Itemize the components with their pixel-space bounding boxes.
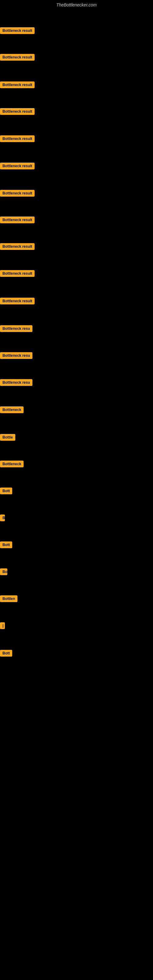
bottleneck-badge-15[interactable]: Bottleneck <box>0 406 24 413</box>
badge-row-15: Bottleneck <box>0 406 24 414</box>
badge-row-1: Bottleneck result <box>0 27 35 35</box>
bottleneck-badge-17[interactable]: Bottleneck <box>0 461 24 467</box>
badge-row-22: Bottlen <box>0 595 18 603</box>
badge-row-21: Bo <box>0 568 7 576</box>
badge-row-5: Bottleneck result <box>0 135 35 143</box>
bottleneck-badge-3[interactable]: Bottleneck result <box>0 81 35 88</box>
bottleneck-badge-1[interactable]: Bottleneck result <box>0 27 35 34</box>
bottleneck-badge-2[interactable]: Bottleneck result <box>0 54 35 60</box>
bottleneck-badge-13[interactable]: Bottleneck resu <box>0 352 32 359</box>
badge-row-6: Bottleneck result <box>0 162 35 170</box>
bottleneck-badge-18[interactable]: Bott <box>0 488 12 494</box>
bottleneck-badge-12[interactable]: Bottleneck resu <box>0 325 32 332</box>
badge-row-19: B <box>0 514 5 522</box>
bottleneck-badge-19[interactable]: B <box>0 514 5 521</box>
bottleneck-badge-20[interactable]: Bott <box>0 541 12 548</box>
badge-row-11: Bottleneck result <box>0 298 35 305</box>
badge-row-10: Bottleneck result <box>0 270 35 278</box>
badge-row-17: Bottleneck <box>0 461 24 469</box>
bottleneck-badge-14[interactable]: Bottleneck resu <box>0 379 32 386</box>
badge-row-13: Bottleneck resu <box>0 352 32 360</box>
bottleneck-badge-7[interactable]: Bottleneck result <box>0 190 35 197</box>
bottleneck-badge-11[interactable]: Bottleneck result <box>0 298 35 304</box>
badge-row-8: Bottleneck result <box>0 216 35 224</box>
badge-row-16: Bottle <box>0 434 15 442</box>
bottleneck-badge-16[interactable]: Bottle <box>0 434 15 441</box>
bottleneck-badge-8[interactable]: Bottleneck result <box>0 216 35 223</box>
bottleneck-badge-4[interactable]: Bottleneck result <box>0 108 35 115</box>
badge-row-14: Bottleneck resu <box>0 379 32 387</box>
badge-row-9: Bottleneck result <box>0 243 35 251</box>
bottleneck-badge-10[interactable]: Bottleneck result <box>0 270 35 277</box>
badge-row-4: Bottleneck result <box>0 108 35 116</box>
bottleneck-badge-22[interactable]: Bottlen <box>0 595 18 602</box>
bottleneck-badge-23[interactable]: | <box>0 622 5 629</box>
bottleneck-badge-5[interactable]: Bottleneck result <box>0 135 35 142</box>
bottleneck-badge-24[interactable]: Bott <box>0 650 12 657</box>
site-title: TheBottlenecker.com <box>0 0 153 10</box>
badge-row-20: Bott <box>0 541 12 549</box>
badge-row-18: Bott <box>0 488 12 495</box>
badge-row-3: Bottleneck result <box>0 81 35 89</box>
badge-row-2: Bottleneck result <box>0 54 35 62</box>
badge-row-23: | <box>0 622 5 630</box>
bottleneck-badge-21[interactable]: Bo <box>0 568 7 575</box>
badge-row-12: Bottleneck resu <box>0 325 32 333</box>
bottleneck-badge-6[interactable]: Bottleneck result <box>0 162 35 169</box>
badge-row-24: Bott <box>0 650 12 658</box>
bottleneck-badge-9[interactable]: Bottleneck result <box>0 243 35 250</box>
badge-row-7: Bottleneck result <box>0 190 35 198</box>
